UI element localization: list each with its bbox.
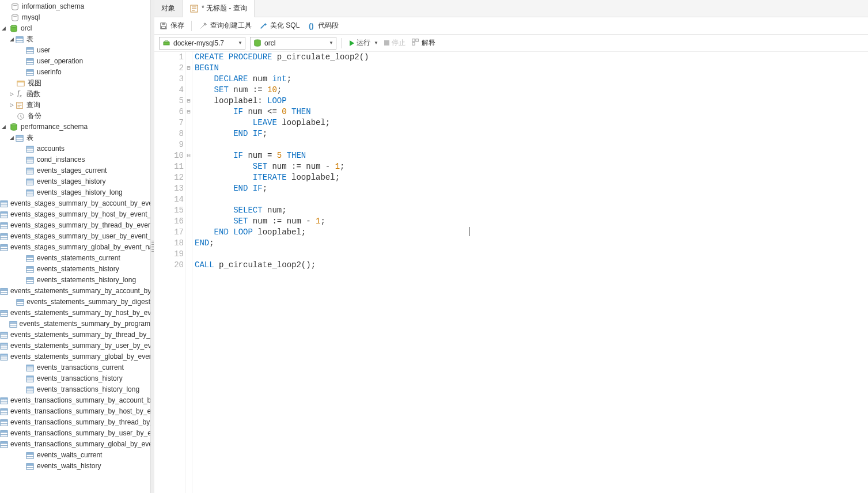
- table-icon: [0, 342, 8, 351]
- database-icon: [10, 13, 20, 22]
- sidebar-table-user[interactable]: user: [0, 45, 150, 56]
- sidebar-table-item[interactable]: events_stages_summary_by_thread_by_event…: [0, 220, 150, 231]
- sidebar-views[interactable]: 视图: [0, 78, 150, 89]
- svg-rect-120: [26, 376, 33, 377]
- sidebar-queries[interactable]: ▷ 查询: [0, 100, 150, 111]
- sidebar-item-label: events_stages_summary_by_host_by_event_n…: [10, 209, 150, 220]
- sidebar-tables-group[interactable]: ◢ 表: [0, 34, 150, 45]
- sidebar-item-label: events_statements_summary_by_user_by_eve…: [10, 340, 150, 351]
- run-button[interactable]: 运行 ▼: [350, 38, 378, 48]
- sidebar-item-label: user: [37, 45, 50, 56]
- sidebar-table-item[interactable]: events_waits_history: [0, 461, 150, 472]
- sidebar-table-item[interactable]: events_stages_summary_by_user_by_event_n…: [0, 231, 150, 242]
- table-icon: [25, 188, 35, 198]
- sidebar-db-mysql[interactable]: mysql: [0, 12, 150, 23]
- collapse-icon[interactable]: ▷: [8, 102, 15, 109]
- database-select[interactable]: orcl ▼: [250, 37, 336, 50]
- table-icon: [0, 440, 8, 449]
- svg-rect-158: [162, 26, 166, 28]
- sidebar-table-item[interactable]: cond_instances: [0, 154, 150, 165]
- sidebar-table-item[interactable]: events_transactions_summary_by_account_b…: [0, 395, 150, 406]
- sidebar-backup[interactable]: 备份: [0, 111, 150, 122]
- sidebar-table-item[interactable]: events_statements_summary_by_user_by_eve…: [0, 340, 150, 351]
- expand-icon[interactable]: ◢: [0, 124, 7, 131]
- sidebar-table-item[interactable]: events_statements_history_long: [0, 275, 150, 286]
- sidebar-item-label: events_statements_summary_by_account_by_…: [10, 286, 150, 297]
- sidebar-table-item[interactable]: events_waits_current: [0, 450, 150, 461]
- sidebar-table-item[interactable]: events_stages_history: [0, 176, 150, 187]
- sidebar-table-item[interactable]: accounts: [0, 143, 150, 154]
- tool-label: 代码段: [318, 21, 339, 31]
- snippet-button[interactable]: () 代码段: [306, 21, 339, 31]
- sidebar-db-performance-schema[interactable]: ◢ performance_schema: [0, 122, 150, 132]
- code-area[interactable]: CREATE PROCEDURE p_circulate_loop2() BEG…: [192, 52, 868, 493]
- toolbar: 保存 查询创建工具 美化 SQL () 代码段: [154, 17, 868, 35]
- sidebar-functions[interactable]: ▷ fx 函数: [0, 89, 150, 100]
- sidebar-table-userinfo[interactable]: userinfo: [0, 67, 150, 78]
- sidebar-table-item[interactable]: events_transactions_summary_by_host_by_e…: [0, 406, 150, 417]
- text-cursor: [469, 227, 469, 236]
- sidebar-table-item[interactable]: events_stages_current: [0, 165, 150, 176]
- sidebar-table-item[interactable]: events_transactions_current: [0, 362, 150, 373]
- tab-objects[interactable]: 对象: [154, 0, 183, 17]
- tool-label: 查询创建工具: [210, 21, 252, 31]
- sidebar-table-item[interactable]: events_statements_current: [0, 253, 150, 264]
- sidebar-table-user-operation[interactable]: user_operation: [0, 56, 150, 67]
- table-icon: [0, 352, 8, 362]
- database-icon: [10, 2, 20, 12]
- sidebar-item-label: events_stages_summary_global_by_event_na…: [10, 242, 150, 253]
- sidebar-table-item[interactable]: events_statements_summary_by_program: [0, 318, 150, 329]
- sidebar-table-item[interactable]: events_statements_summary_by_thread_by_e…: [0, 329, 150, 340]
- sidebar-item-label: events_transactions_summary_by_user_by_e…: [10, 428, 150, 439]
- sidebar-table-item[interactable]: events_stages_summary_by_account_by_even…: [0, 198, 150, 209]
- sidebar-table-item[interactable]: events_stages_summary_by_host_by_event_n…: [0, 209, 150, 220]
- sidebar-item-label: userinfo: [37, 67, 62, 78]
- svg-point-1: [12, 14, 18, 16]
- sidebar-table-item[interactable]: events_transactions_summary_global_by_ev…: [0, 439, 150, 450]
- sidebar-db-information-schema[interactable]: information_schema: [0, 1, 150, 12]
- run-label: 运行: [357, 38, 370, 48]
- expand-icon[interactable]: ◢: [8, 36, 15, 43]
- sidebar-table-item[interactable]: events_transactions_history_long: [0, 384, 150, 395]
- explain-button[interactable]: 解释: [411, 38, 435, 48]
- sidebar-item-label: 备份: [28, 111, 41, 122]
- sidebar-item-label: 表: [26, 132, 33, 143]
- sidebar-table-item[interactable]: events_transactions_summary_by_thread_by…: [0, 417, 150, 428]
- sidebar-table-item[interactable]: events_transactions_summary_by_user_by_e…: [0, 428, 150, 439]
- sidebar-table-item[interactable]: events_transactions_history: [0, 373, 150, 384]
- sidebar-table-item[interactable]: events_statements_summary_by_digest: [0, 297, 150, 308]
- database-value: orcl: [264, 39, 275, 47]
- table-icon: [25, 374, 35, 384]
- code-editor[interactable]: 1234567891011121314151617181920 ⊟⊟⊟⊟ CRE…: [154, 52, 868, 493]
- sidebar-perf-tables-group[interactable]: ◢ 表: [0, 132, 150, 143]
- separator: [191, 21, 192, 31]
- sidebar-item-label: events_transactions_current: [37, 362, 124, 373]
- beautify-sql-button[interactable]: 美化 SQL: [259, 21, 300, 31]
- query-builder-button[interactable]: 查询创建工具: [199, 21, 252, 31]
- sidebar-item-label: events_stages_current: [37, 165, 107, 176]
- connection-select[interactable]: docker-mysql5.7 ▼: [159, 37, 245, 50]
- svg-rect-157: [162, 22, 165, 25]
- svg-rect-162: [416, 39, 418, 41]
- tab-query[interactable]: * 无标题 - 查询: [183, 0, 255, 17]
- chevron-down-icon: ▼: [234, 40, 242, 45]
- svg-rect-52: [26, 189, 33, 191]
- sidebar-item-label: events_stages_history: [37, 176, 105, 187]
- svg-rect-104: [1, 332, 7, 333]
- database-icon: [9, 24, 18, 33]
- save-button[interactable]: 保存: [159, 21, 184, 31]
- sidebar-db-orcl[interactable]: ◢ orcl: [0, 23, 150, 34]
- sidebar-table-item[interactable]: events_statements_summary_by_host_by_eve…: [0, 308, 150, 318]
- expand-icon[interactable]: ◢: [0, 25, 7, 32]
- sidebar-table-item[interactable]: events_statements_summary_by_account_by_…: [0, 286, 150, 297]
- expand-icon[interactable]: ◢: [8, 135, 15, 142]
- sidebar-table-item[interactable]: events_statements_history: [0, 264, 150, 275]
- stop-button[interactable]: 停止: [384, 38, 405, 48]
- sidebar-item-label: events_transactions_summary_by_account_b…: [10, 395, 150, 406]
- sidebar-table-item[interactable]: events_stages_history_long: [0, 187, 150, 198]
- svg-rect-11: [26, 47, 33, 49]
- sidebar-table-item[interactable]: events_stages_summary_global_by_event_na…: [0, 242, 150, 253]
- collapse-icon[interactable]: ▷: [8, 91, 15, 98]
- sidebar-table-item[interactable]: events_statements_summary_global_by_even…: [0, 351, 150, 362]
- svg-rect-64: [1, 222, 7, 224]
